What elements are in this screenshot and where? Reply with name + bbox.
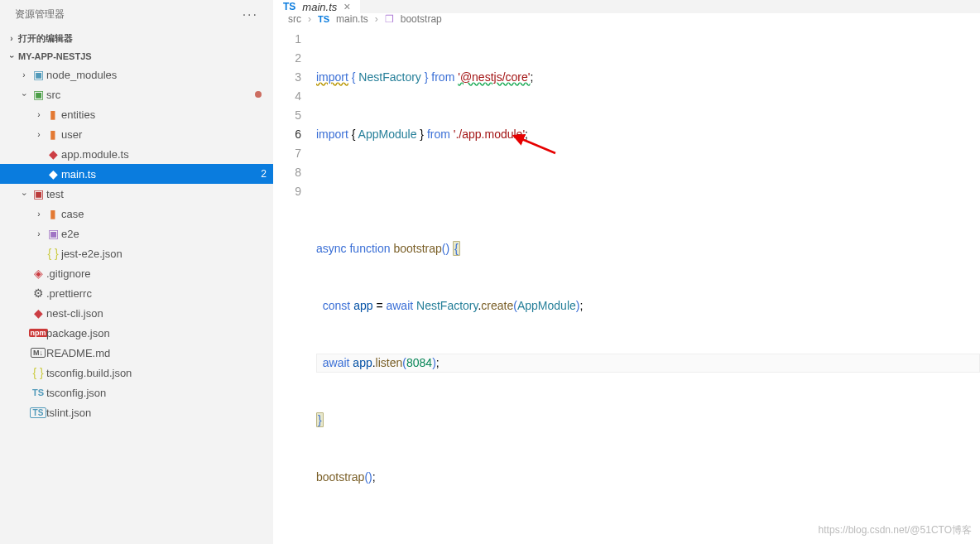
ts-file-icon: TS <box>318 14 329 24</box>
nest-file-icon: ◆ <box>30 306 46 320</box>
breadcrumb[interactable]: src › TS main.ts › ❒ bootstrap <box>273 13 980 25</box>
breadcrumb-item[interactable]: main.ts <box>336 13 368 25</box>
ts-file-icon: ◆ <box>45 167 61 181</box>
open-editors-label: 打开的编辑器 <box>18 32 73 45</box>
tree-file-tslint[interactable]: TStslint.json <box>0 402 273 422</box>
ts-file-icon: ◆ <box>45 147 61 161</box>
tab-label: main.ts <box>302 1 337 13</box>
tree-folder-test[interactable]: ›▣test <box>0 184 273 204</box>
tree-file-prettierrc[interactable]: ⚙.prettierrc <box>0 283 273 303</box>
tab-bar: TS main.ts × <box>273 0 980 13</box>
folder-icon: ▮ <box>45 207 61 220</box>
config-file-icon: ⚙ <box>30 286 46 300</box>
tree-folder-e2e[interactable]: ›▣e2e <box>0 224 273 243</box>
tree-file-package-json[interactable]: npmpackage.json <box>0 323 273 343</box>
editor-area: TS main.ts × src › TS main.ts › ❒ bootst… <box>273 0 980 544</box>
tree-file-nest-cli[interactable]: ◆nest-cli.json <box>0 303 273 323</box>
open-editors-section[interactable]: › 打开的编辑器 <box>0 29 273 48</box>
file-tree: ›▣node_modules ›▣src ›▮entities ›▮user ◆… <box>0 65 273 422</box>
tree-file-readme[interactable]: M↓README.md <box>0 343 273 363</box>
folder-icon: ▣ <box>30 68 46 81</box>
json-file-icon: { } <box>45 247 61 260</box>
ts-file-icon: TS <box>283 1 295 12</box>
chevron-right-icon: › <box>5 34 18 43</box>
folder-icon: ▣ <box>45 227 61 240</box>
tree-folder-node-modules[interactable]: ›▣node_modules <box>0 65 273 84</box>
tree-file-main-ts[interactable]: ◆main.ts2 <box>0 164 273 184</box>
sidebar-header: 资源管理器 ··· <box>0 0 273 29</box>
dirty-indicator-icon <box>255 91 262 98</box>
chevron-right-icon: › <box>375 13 378 25</box>
git-file-icon: ◈ <box>30 267 46 280</box>
project-section[interactable]: › MY-APP-NESTJS <box>0 48 273 65</box>
more-actions-icon[interactable]: ··· <box>243 7 258 22</box>
sidebar-title: 资源管理器 <box>15 7 65 22</box>
close-icon[interactable]: × <box>343 0 350 13</box>
folder-icon: ▮ <box>45 108 61 121</box>
tree-file-tsconfig-build[interactable]: { }tsconfig.build.json <box>0 363 273 383</box>
tree-folder-entities[interactable]: ›▮entities <box>0 104 273 124</box>
explorer-sidebar: 资源管理器 ··· › 打开的编辑器 › MY-APP-NESTJS ›▣nod… <box>0 0 273 544</box>
watermark-text: https://blog.csdn.net/@51CTO博客 <box>819 523 972 537</box>
project-name: MY-APP-NESTJS <box>18 51 92 61</box>
chevron-right-icon: › <box>308 13 311 25</box>
tree-file-app-module[interactable]: ◆app.module.ts <box>0 144 273 164</box>
folder-icon: ▮ <box>45 128 61 141</box>
line-gutter: 123 45 6 789 <box>273 25 316 544</box>
folder-icon: ▣ <box>30 187 46 200</box>
tab-main-ts[interactable]: TS main.ts × <box>273 0 361 13</box>
folder-icon: ▣ <box>30 88 46 101</box>
tree-file-jest-e2e[interactable]: { }jest-e2e.json <box>0 243 273 263</box>
code-content[interactable]: import { NestFactory } from '@nestjs/cor… <box>316 25 980 544</box>
code-editor[interactable]: 123 45 6 789 import { NestFactory } from… <box>273 25 980 544</box>
breadcrumb-item[interactable]: src <box>288 13 301 25</box>
tree-file-tsconfig[interactable]: TStsconfig.json <box>0 383 273 402</box>
md-file-icon: M↓ <box>30 348 46 358</box>
breadcrumb-item[interactable]: bootstrap <box>401 13 442 25</box>
method-icon: ❒ <box>385 13 394 25</box>
npm-file-icon: npm <box>30 329 46 337</box>
tree-folder-src[interactable]: ›▣src <box>0 84 273 104</box>
ts-file-icon: TS <box>30 388 46 397</box>
ts-file-icon: TS <box>30 407 46 418</box>
tree-file-gitignore[interactable]: ◈.gitignore <box>0 263 273 283</box>
tree-folder-user[interactable]: ›▮user <box>0 124 273 144</box>
chevron-down-icon: › <box>7 50 17 63</box>
tree-folder-case[interactable]: ›▮case <box>0 204 273 224</box>
problems-badge: 2 <box>261 168 267 180</box>
json-file-icon: { } <box>30 366 46 379</box>
